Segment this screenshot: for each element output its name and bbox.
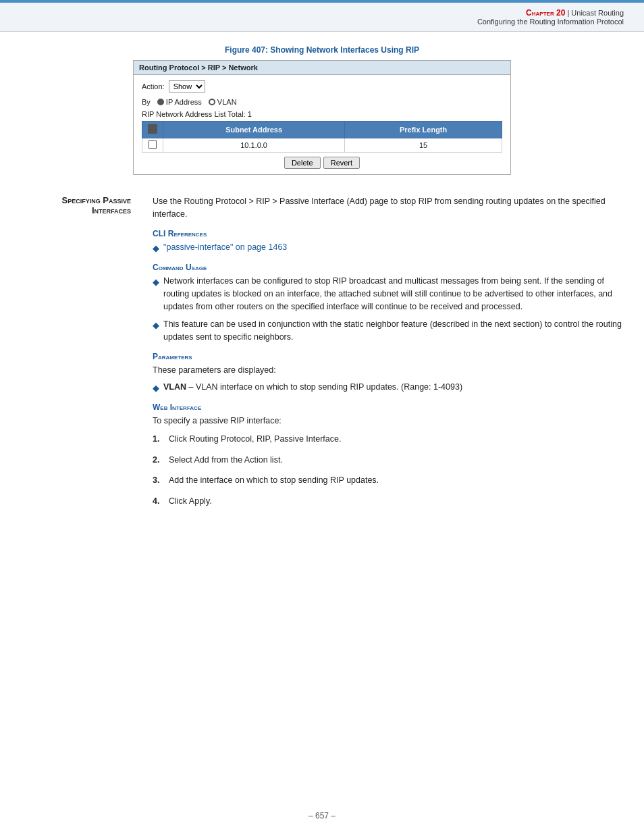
vlan-param-item: ◆ VLAN – VLAN interface on which to stop… bbox=[153, 381, 624, 395]
cli-link[interactable]: "passive-interface" on page 1463 bbox=[163, 241, 287, 255]
cmd-bullet-1: ◆ Network interfaces can be configured t… bbox=[153, 275, 624, 313]
vlan-param-text: VLAN – VLAN interface on which to stop s… bbox=[163, 381, 462, 395]
chapter-line: Chapter 20 | Unicast Routing bbox=[0, 8, 624, 18]
params-intro: These parameters are displayed: bbox=[153, 364, 624, 377]
chapter-title: Unicast Routing bbox=[571, 9, 624, 17]
network-interface-box: Routing Protocol > RIP > Network Action:… bbox=[133, 60, 511, 175]
action-row: Action: Show bbox=[142, 80, 502, 93]
network-box-title: Routing Protocol > RIP > Network bbox=[134, 61, 510, 75]
right-col: Use the Routing Protocol > RIP > Passive… bbox=[153, 195, 624, 516]
specifying-passive-section: Specifying PassiveInterfaces Use the Rou… bbox=[20, 195, 624, 516]
page-footer: – 657 – bbox=[0, 811, 644, 820]
bullet-diamond-icon-3: ◆ bbox=[153, 382, 159, 395]
step-1-num: 1. bbox=[153, 433, 163, 446]
button-row: Delete Revert bbox=[142, 157, 502, 169]
list-info: RIP Network Address List Total: 1 bbox=[142, 110, 502, 118]
vlan-param-rest: – VLAN interface on which to stop sendin… bbox=[186, 382, 462, 392]
vlan-param-bold: VLAN bbox=[163, 382, 186, 392]
bullet-diamond-icon: ◆ bbox=[153, 242, 159, 255]
radio-filled-icon bbox=[157, 99, 164, 105]
row-checkbox-icon bbox=[149, 140, 157, 149]
radio2-label: VLAN bbox=[217, 98, 237, 106]
step-3: 3. Add the interface on which to stop se… bbox=[153, 474, 624, 487]
ip-address-radio[interactable]: IP Address bbox=[157, 98, 202, 106]
web-interface-heading: Web Interface bbox=[153, 402, 624, 412]
vlan-radio[interactable]: VLAN bbox=[209, 98, 237, 106]
cmd-bullet-1-text: Network interfaces can be configured to … bbox=[163, 275, 624, 313]
header-checkbox-icon bbox=[148, 124, 157, 134]
web-steps-list: 1. Click Routing Protocol, RIP, Passive … bbox=[153, 433, 624, 508]
prefix-length-header: Prefix Length bbox=[345, 122, 502, 138]
step-3-num: 3. bbox=[153, 474, 163, 487]
main-content: Figure 407: Showing Network Interfaces U… bbox=[0, 32, 644, 543]
parameters-heading: Parameters bbox=[153, 352, 624, 361]
network-box-body: Action: Show By IP Address VLAN RIP Netw… bbox=[134, 75, 510, 174]
cli-references-list: ◆ "passive-interface" on page 1463 bbox=[153, 241, 624, 255]
step-2: 2. Select Add from the Action list. bbox=[153, 454, 624, 467]
by-row: By IP Address VLAN bbox=[142, 98, 502, 106]
subnet-address-header: Subnet Address bbox=[163, 122, 345, 138]
table-checkbox-header[interactable] bbox=[142, 122, 163, 138]
figure-caption: Figure 407: Showing Network Interfaces U… bbox=[20, 45, 624, 55]
by-label: By bbox=[142, 98, 151, 106]
command-usage-heading: Command Usage bbox=[153, 263, 624, 272]
step-1-text: Click Routing Protocol, RIP, Passive Int… bbox=[169, 433, 341, 446]
params-list: ◆ VLAN – VLAN interface on which to stop… bbox=[153, 381, 624, 395]
step-3-text: Add the interface on which to stop sendi… bbox=[169, 474, 379, 487]
web-intro: To specify a passive RIP interface: bbox=[153, 415, 624, 427]
header-subtitle: Configuring the Routing Information Prot… bbox=[0, 18, 624, 26]
revert-button[interactable]: Revert bbox=[323, 157, 360, 169]
action-label: Action: bbox=[142, 82, 165, 90]
cmd-bullet-2-text: This feature can be used in conjunction … bbox=[163, 318, 624, 344]
section-intro: Use the Routing Protocol > RIP > Passive… bbox=[153, 195, 624, 221]
step-2-text: Select Add from the Action list. bbox=[169, 454, 283, 467]
radio1-label: IP Address bbox=[166, 98, 202, 106]
prefix-cell: 15 bbox=[345, 138, 502, 153]
section-label: Specifying PassiveInterfaces bbox=[20, 195, 142, 215]
command-usage-list: ◆ Network interfaces can be configured t… bbox=[153, 275, 624, 344]
step-2-num: 2. bbox=[153, 454, 163, 467]
rip-network-table: Subnet Address Prefix Length 10.1.0.0 15 bbox=[142, 121, 502, 153]
step-1: 1. Click Routing Protocol, RIP, Passive … bbox=[153, 433, 624, 446]
bullet-diamond-icon-1: ◆ bbox=[153, 276, 159, 313]
cli-references-heading: CLI References bbox=[153, 229, 624, 238]
chapter-label: Chapter 20 bbox=[526, 8, 565, 18]
radio-empty-icon bbox=[209, 99, 215, 105]
row-checkbox[interactable] bbox=[142, 138, 163, 153]
step-4-text: Click Apply. bbox=[169, 495, 212, 508]
chapter-pipe: | bbox=[565, 9, 571, 17]
delete-button[interactable]: Delete bbox=[284, 157, 321, 169]
action-select[interactable]: Show bbox=[169, 80, 205, 93]
specifying-passive-label: Specifying PassiveInterfaces bbox=[62, 195, 131, 215]
step-4-num: 4. bbox=[153, 495, 163, 508]
cmd-bullet-2: ◆ This feature can be used in conjunctio… bbox=[153, 318, 624, 344]
step-4: 4. Click Apply. bbox=[153, 495, 624, 508]
table-row: 10.1.0.0 15 bbox=[142, 138, 502, 153]
left-col: Specifying PassiveInterfaces bbox=[20, 195, 153, 516]
page-header: Chapter 20 | Unicast Routing Configuring… bbox=[0, 3, 644, 32]
page-number: – 657 – bbox=[308, 811, 336, 820]
bullet-diamond-icon-2: ◆ bbox=[153, 319, 159, 344]
cli-link-item: ◆ "passive-interface" on page 1463 bbox=[153, 241, 624, 255]
subnet-cell: 10.1.0.0 bbox=[163, 138, 345, 153]
